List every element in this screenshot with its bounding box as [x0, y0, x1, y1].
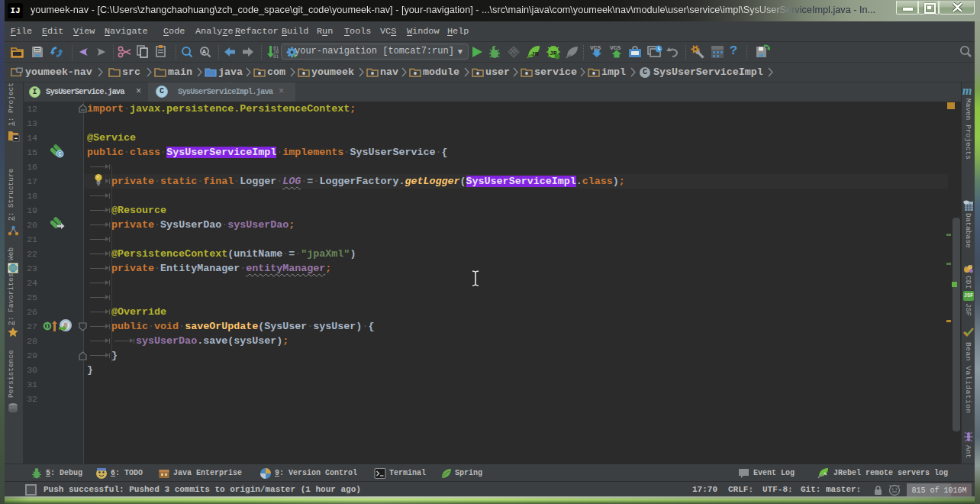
svg-text:JR: JR	[531, 50, 539, 57]
svg-text:C: C	[58, 151, 62, 157]
svg-text:VCS: VCS	[610, 44, 621, 51]
svg-text:A: A	[202, 48, 206, 55]
svg-text:01: 01	[273, 53, 279, 59]
